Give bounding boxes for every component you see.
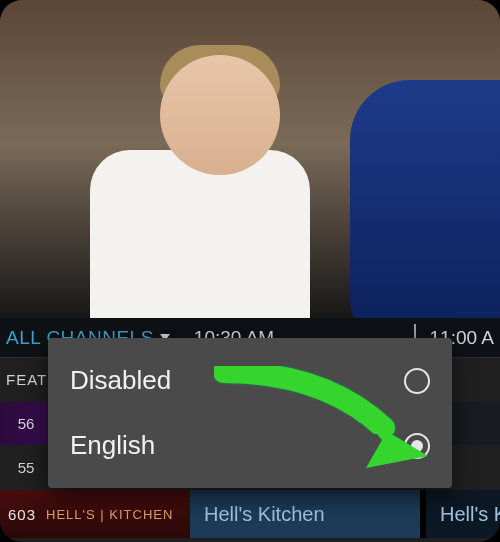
radio-icon — [404, 368, 430, 394]
video-figure-right — [350, 80, 500, 340]
program-cell-next[interactable]: Hell's K — [426, 490, 500, 538]
program-cell-current[interactable]: Hell's Kitchen — [190, 490, 420, 538]
screen-root: ALL CHANNELS 10:30 AM 11:00 A FEAT 56 55… — [0, 0, 500, 542]
channel-number: 56 — [0, 415, 52, 432]
video-figure-hair — [160, 45, 280, 105]
featured-label: FEAT — [6, 371, 47, 388]
program-title: Hell's K — [440, 503, 500, 526]
language-option-english[interactable]: English — [48, 413, 452, 478]
language-popup: Disabled English — [48, 338, 452, 488]
program-title: Hell's Kitchen — [204, 503, 325, 526]
channel-brand-logo: HELL'S | KITCHEN — [46, 507, 173, 522]
channel-number: 55 — [0, 459, 52, 476]
option-label: Disabled — [70, 365, 171, 396]
language-option-disabled[interactable]: Disabled — [48, 348, 452, 413]
channel-cell-603[interactable]: 603 HELL'S | KITCHEN — [0, 490, 190, 538]
channel-row-603[interactable]: 603 HELL'S | KITCHEN Hell's Kitchen Hell… — [0, 490, 500, 538]
radio-checked-icon — [404, 433, 430, 459]
channel-number: 603 — [8, 506, 36, 523]
video-preview — [0, 0, 500, 318]
option-label: English — [70, 430, 155, 461]
